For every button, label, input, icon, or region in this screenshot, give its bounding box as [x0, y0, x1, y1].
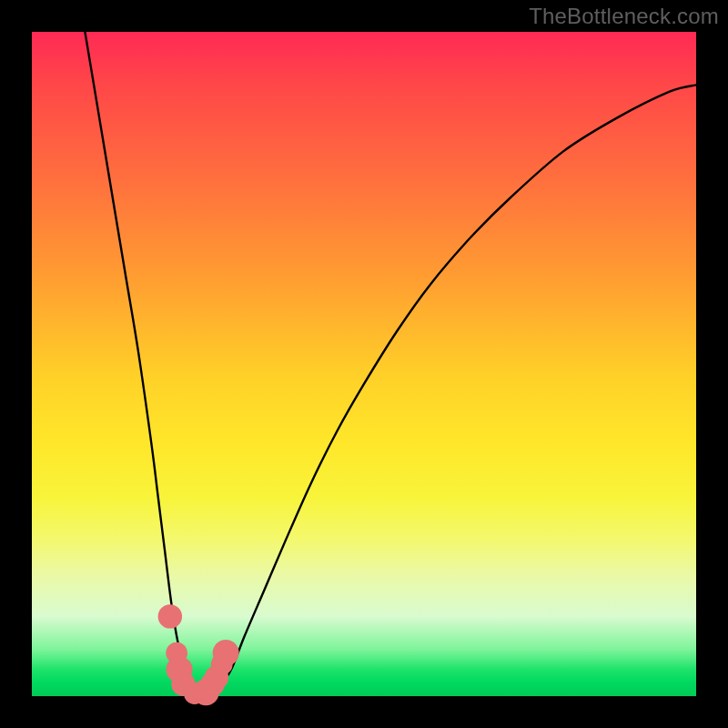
watermark-text: TheBottleneck.com [529, 4, 719, 29]
chart-frame: TheBottleneck.com [0, 0, 728, 728]
bottleneck-curve [85, 32, 696, 697]
data-marker [213, 640, 239, 666]
curve-layer [32, 32, 696, 696]
plot-area [32, 32, 696, 696]
data-marker [158, 604, 182, 628]
marker-group [158, 604, 239, 705]
